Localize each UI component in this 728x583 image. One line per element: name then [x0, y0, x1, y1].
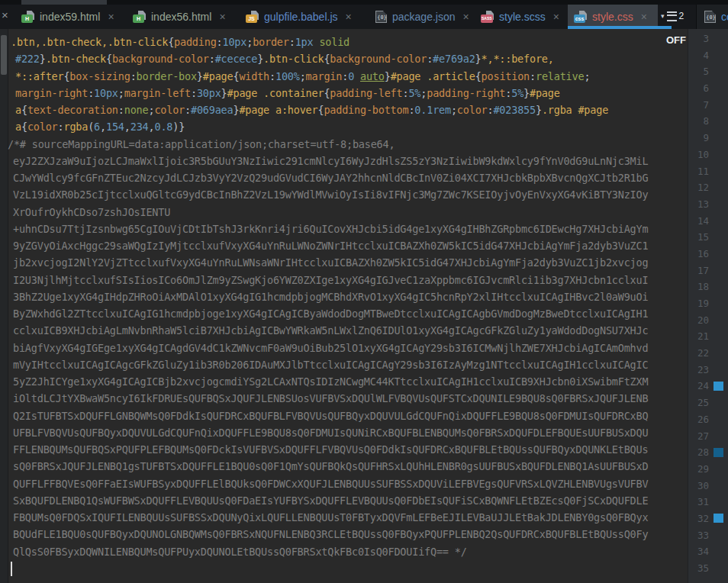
chevron-down-icon[interactable]: ▾	[661, 12, 665, 20]
tab-gulpfile-babel-js[interactable]: JS gulpfile.babel.js ×	[240, 5, 365, 29]
text-cursor	[11, 562, 12, 576]
tab-label: style.scss	[499, 11, 546, 23]
css-file-icon: css	[574, 11, 588, 23]
line-number: 7	[688, 97, 709, 114]
line-number: 15	[688, 229, 709, 246]
code-line: SxBQUFDLENBQ1QsWUFBWSxDQUFFLEVBQUUsQ0FDa…	[0, 492, 688, 509]
tab-index59-html[interactable]: H index59.html ×	[15, 5, 127, 29]
line-number: 13	[688, 196, 709, 213]
json-file-icon: {0}	[374, 11, 388, 23]
json-file-icon: {0}	[703, 11, 717, 23]
tab-close-icon[interactable]: ×	[553, 11, 559, 23]
code-line: biAgfVxyXG4gIGEge1xyXG4gICAgdGV4dC1kZWNv…	[0, 340, 688, 356]
code-line: a{text-decoration:none;color:#069aea}#pa…	[0, 101, 688, 118]
tab-label: package.json	[392, 11, 456, 23]
tab-label: index56.html	[151, 11, 211, 23]
code-line: 5yZ2JhICYge1xyXG4gICAgICBjb2xvcjogcmdiYS…	[0, 373, 688, 390]
code-line: eyJ2ZXJzaW9uIjozLCJmaWxlIjoic3R5bGUuY3Nz…	[0, 153, 688, 169]
editor-pane[interactable]: .btn,.btn-check,.btn-click{padding:10px;…	[0, 29, 728, 583]
line-number: 5	[688, 63, 709, 80]
line-number: 14	[688, 213, 709, 230]
line-number: 11	[688, 163, 709, 180]
leading-close-icon[interactable]: ×	[2, 9, 8, 21]
line-number: 28	[688, 444, 709, 461]
code-line: Q2IsTUFBTSxDQUFFLGNBQWMsQ0FDdkIsQUFDRCxB…	[0, 407, 688, 424]
code-area[interactable]: .btn,.btn-check,.btn-click{padding:10px;…	[0, 29, 688, 583]
line-number-gutter: 3456789101112131415161718192021222324252…	[688, 29, 728, 583]
code-line: 9yZGVyOiAxcHggc29saWQgIzIyMjtcclxufVxyXG…	[0, 237, 688, 254]
code-line: /*# sourceMappingURL=data:application/js…	[0, 136, 688, 153]
line-number: 6	[688, 80, 709, 97]
code-line: FBQUMsQ0FDQSxIQUFILENBQUUsSUFBSSxDQUNyQi…	[0, 509, 688, 526]
code-line: margin-right:10px;margin-left:30px}#page…	[0, 85, 688, 101]
code-line: mVyIHtcclxuICAgICAgcGFkZGluZy1ib3R0b206I…	[0, 356, 688, 373]
tab-style-scss[interactable]: SASS style.scss ×	[475, 5, 566, 29]
tab-close-icon[interactable]: ×	[463, 11, 469, 23]
code-line: UFBLFVBQVUsQUFBQyxDQUVULGdCQUFnQixDQUFFL…	[0, 424, 688, 441]
line-number: 27	[688, 428, 709, 445]
line-number: 3	[688, 31, 709, 47]
gutter-marker[interactable]	[714, 514, 723, 523]
code-line: +uhnCDsu7TtjIzsnbwg65CgIOuVjCDtIbTshJ3rk…	[0, 221, 688, 237]
tab-bar: × H index59.html × H index56.html × JS g…	[0, 0, 728, 29]
tab-package-json[interactable]: {0} package.json ×	[368, 5, 473, 29]
tab-truncated-co[interactable]: {0} co	[696, 5, 728, 29]
tab-index56-html[interactable]: H index56.html ×	[127, 5, 238, 29]
tab-label: co	[721, 11, 728, 23]
line-number: 17	[688, 263, 709, 279]
line-number: 16	[688, 246, 709, 263]
sass-file-icon: SASS	[481, 11, 494, 23]
code-line: jb2xvcjogI2NlY2VjZTtcclxufVxyXG4uYnRuLWN…	[0, 254, 688, 271]
line-number: 26	[688, 411, 709, 428]
code-line: QUFFLFFBQVEsQ0FFaEIsWUFBSyxDQUFFLElBQUks…	[0, 475, 688, 492]
code-line: QlQsS0FBSyxDQWNILENBQUMsQUFPUyxDQUNOLEtB…	[0, 543, 688, 560]
line-number: 19	[688, 295, 709, 312]
code-editor-window: × H index59.html × H index56.html × JS g…	[0, 0, 728, 583]
tab-close-icon[interactable]: ×	[219, 11, 225, 23]
code-line: ByZWxhdGl2ZTtcclxuICAgIG1hcmdpbjoge1xyXG…	[0, 305, 688, 322]
line-number: 29	[688, 461, 709, 478]
line-number: 30	[688, 478, 709, 494]
tab-close-icon[interactable]: ×	[108, 11, 114, 23]
code-line: a{color:rgba(6,154,234,0.8)}	[0, 118, 688, 135]
tab-list-icon[interactable]	[667, 11, 677, 21]
gutter-marker[interactable]	[714, 448, 723, 457]
tab-list-count: 2	[679, 11, 685, 21]
code-line: iOltdLCJtYXBwaW5ncyI6IkFDRUEsQUFBQSxJQUF…	[0, 390, 688, 407]
code-line: FFLENBQUMsQUFBQSxPQUFPLEFBQUMsQ0FDckIsVU…	[0, 441, 688, 458]
line-number: 34	[688, 543, 709, 560]
gutter-marker[interactable]	[714, 382, 723, 391]
line-number: 32	[688, 511, 709, 527]
line-number: 8	[688, 113, 709, 130]
line-number: 9	[688, 130, 709, 147]
line-number: 20	[688, 312, 709, 329]
tab-close-icon[interactable]: ×	[346, 11, 352, 23]
line-number: 25	[688, 395, 709, 411]
code-line: VzL19idXR0b25cIjtcclxuQGltcG9ydCBcInBhZ2…	[0, 186, 688, 203]
html-file-icon: H	[133, 11, 147, 23]
line-number: 4	[688, 47, 709, 64]
line-number: 21	[688, 328, 709, 345]
html-file-icon: H	[21, 11, 35, 23]
code-line: I2U3NjlhMjtcclxufSIsIiosICo6OmJlZm9yZSwg…	[0, 272, 688, 288]
wrap-indicator[interactable]: OFF	[666, 34, 686, 46]
code-line: #222}.btn-check{background-color:#cecece…	[0, 50, 688, 67]
line-number: 33	[688, 527, 709, 544]
code-line: .btn,.btn-check,.btn-click{padding:10px;…	[0, 34, 688, 50]
line-number: 35	[688, 560, 709, 577]
tab-label: index59.html	[40, 11, 100, 23]
tab-label: style.css	[592, 11, 633, 23]
line-number: 18	[688, 279, 709, 295]
code-line: *::after{box-sizing:border-box}#page{wid…	[0, 68, 688, 85]
code-line: BQUdFLE1BQU0sQUFBQyxDQUNOLGNBQWMsQ0FBRSx…	[0, 526, 688, 543]
js-file-icon: JS	[246, 11, 259, 23]
tab-label: gulpfile.babel.js	[264, 11, 338, 23]
tab-close-icon[interactable]: ×	[641, 11, 647, 23]
line-number: 23	[688, 362, 709, 378]
tab-list-controls[interactable]: ▾ 2	[661, 5, 693, 27]
code-line: CJwYWdlcy9fcGFnZTEuc2NzcyJdLCJzb3VyY2VzQ…	[0, 169, 688, 186]
line-number: 10	[688, 147, 709, 163]
code-line: XrOufrOykhCDso7zshJOsIENTU	[0, 204, 688, 221]
line-number: 12	[688, 179, 709, 196]
line-number: 31	[688, 494, 709, 511]
